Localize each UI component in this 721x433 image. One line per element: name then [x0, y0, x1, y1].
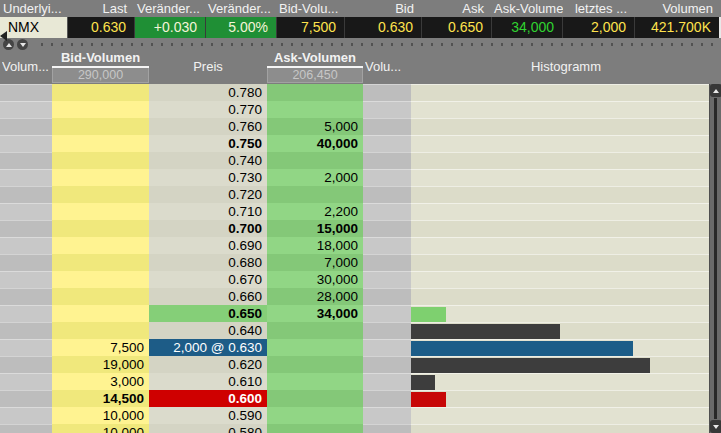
ask-volume-cell[interactable]: 30,000	[267, 271, 363, 288]
volume-right-cell	[363, 101, 411, 118]
price-cell[interactable]: 0.760	[149, 118, 267, 135]
ask-volume-cell[interactable]: 34,000	[267, 305, 363, 322]
vertical-scrollbar[interactable]	[709, 84, 721, 433]
quote-col-ask-volume[interactable]: Ask-Volumen	[492, 0, 563, 17]
column-header-price[interactable]: Preis	[149, 51, 267, 84]
splitter-collapse-down-button[interactable]	[17, 39, 28, 50]
histogram-cell	[411, 152, 709, 169]
bid-volume-cell[interactable]	[52, 237, 149, 254]
underlying-cell[interactable]: NMX	[0, 17, 68, 38]
bid-volume-cell[interactable]	[52, 305, 149, 322]
price-cell[interactable]: 0.700	[149, 220, 267, 237]
price-cell[interactable]: 0.650	[149, 305, 267, 322]
scroll-up-button[interactable]	[710, 84, 721, 97]
ask-volume-cell[interactable]	[267, 390, 363, 407]
histogram-bar	[411, 392, 446, 407]
quote-col-bid[interactable]: Bid	[345, 0, 422, 17]
price-cell[interactable]: 0.660	[149, 288, 267, 305]
volume-left-cell	[0, 101, 52, 118]
ask-volume-cell[interactable]	[267, 84, 363, 101]
quote-col-change[interactable]: Veränder...	[135, 0, 206, 17]
ladder-row: 10,0000.580	[0, 424, 721, 433]
bid-volume-cell[interactable]: 10,000	[52, 407, 149, 424]
ask-volume-cell[interactable]	[267, 339, 363, 356]
quote-col-ask[interactable]: Ask	[422, 0, 492, 17]
volume-right-cell	[363, 135, 411, 152]
histogram-bar	[411, 324, 560, 339]
bid-volume-cell[interactable]	[52, 271, 149, 288]
price-cell[interactable]: 2,000 @ 0.630	[149, 339, 267, 356]
quote-col-underlying[interactable]: Underlyi...	[0, 0, 68, 17]
ask-volume-cell[interactable]	[267, 373, 363, 390]
bid-volume-cell[interactable]: 7,500	[52, 339, 149, 356]
bid-volume-cell[interactable]	[52, 118, 149, 135]
bid-volume-cell[interactable]	[52, 203, 149, 220]
ask-volume-cell[interactable]	[267, 407, 363, 424]
price-cell[interactable]: 0.610	[149, 373, 267, 390]
bid-volume-cell[interactable]: 10,000	[52, 424, 149, 433]
column-header-histogram[interactable]: Histogramm	[411, 51, 721, 84]
column-header-bid-volume[interactable]: Bid-Volumen 290,000	[52, 51, 149, 84]
ask-volume-cell[interactable]: 5,000	[267, 118, 363, 135]
price-cell[interactable]: 0.620	[149, 356, 267, 373]
bid-volume-cell[interactable]: 19,000	[52, 356, 149, 373]
column-header-volume-right[interactable]: Volu...	[363, 51, 411, 84]
bid-volume-cell[interactable]: 14,500	[52, 390, 149, 407]
volume-left-cell	[0, 356, 52, 373]
price-cell[interactable]: 0.680	[149, 254, 267, 271]
price-cell[interactable]: 0.590	[149, 407, 267, 424]
volume-right-cell	[363, 203, 411, 220]
quote-col-bid-volume[interactable]: Bid-Volu...	[277, 0, 345, 17]
ask-volume-cell[interactable]: 2,000	[267, 169, 363, 186]
price-cell[interactable]: 0.720	[149, 186, 267, 203]
price-cell[interactable]: 0.670	[149, 271, 267, 288]
bid-volume-cell[interactable]	[52, 186, 149, 203]
ask-volume-cell[interactable]	[267, 101, 363, 118]
ask-volume-cell[interactable]	[267, 424, 363, 433]
column-header-volume-left[interactable]: Volum...	[0, 51, 52, 84]
price-cell[interactable]: 0.600	[149, 390, 267, 407]
price-cell[interactable]: 0.780	[149, 84, 267, 101]
ask-volume-cell[interactable]: 2,200	[267, 203, 363, 220]
ask-volume-cell[interactable]: 15,000	[267, 220, 363, 237]
price-cell[interactable]: 0.770	[149, 101, 267, 118]
price-cell[interactable]: 0.750	[149, 135, 267, 152]
bid-volume-cell[interactable]	[52, 169, 149, 186]
quote-col-volume[interactable]: Volumen	[635, 0, 721, 17]
ask-volume-cell[interactable]	[267, 152, 363, 169]
bid-volume-cell[interactable]	[52, 101, 149, 118]
column-header-ask-volume[interactable]: Ask-Volumen 206,450	[267, 51, 363, 84]
ask-volume-cell[interactable]	[267, 356, 363, 373]
ask-volume-total: 206,450	[267, 68, 363, 83]
bid-volume-cell[interactable]	[52, 288, 149, 305]
ask-volume-cell[interactable]	[267, 322, 363, 339]
bid-volume-cell[interactable]	[52, 84, 149, 101]
ask-volume-cell[interactable]: 40,000	[267, 135, 363, 152]
price-cell[interactable]: 0.710	[149, 203, 267, 220]
bid-volume-cell[interactable]	[52, 152, 149, 169]
ladder-row: 7,5002,000 @ 0.630	[0, 339, 721, 356]
price-cell[interactable]: 0.640	[149, 322, 267, 339]
bid-volume-cell[interactable]: 3,000	[52, 373, 149, 390]
ask-volume-cell[interactable]: 18,000	[267, 237, 363, 254]
bid-volume-cell[interactable]	[52, 322, 149, 339]
histogram-cell	[411, 390, 709, 407]
splitter-drag-handle[interactable]	[37, 43, 715, 46]
quote-col-change-pct[interactable]: Veränder...	[206, 0, 277, 17]
price-cell[interactable]: 0.690	[149, 237, 267, 254]
volume-right-cell	[363, 424, 411, 433]
ask-volume-cell[interactable]	[267, 186, 363, 203]
quote-col-last[interactable]: Last	[68, 0, 135, 17]
pane-splitter[interactable]	[0, 38, 721, 51]
quote-col-last-size[interactable]: letztes ...	[563, 0, 635, 17]
scroll-down-button[interactable]	[710, 420, 721, 433]
bid-volume-cell[interactable]	[52, 135, 149, 152]
ask-volume-cell[interactable]: 28,000	[267, 288, 363, 305]
bid-volume-cell[interactable]	[52, 254, 149, 271]
scrollbar-thumb[interactable]	[714, 98, 717, 419]
ask-volume-cell[interactable]: 7,000	[267, 254, 363, 271]
price-cell[interactable]: 0.730	[149, 169, 267, 186]
price-cell[interactable]: 0.580	[149, 424, 267, 433]
bid-volume-cell[interactable]	[52, 220, 149, 237]
price-cell[interactable]: 0.740	[149, 152, 267, 169]
